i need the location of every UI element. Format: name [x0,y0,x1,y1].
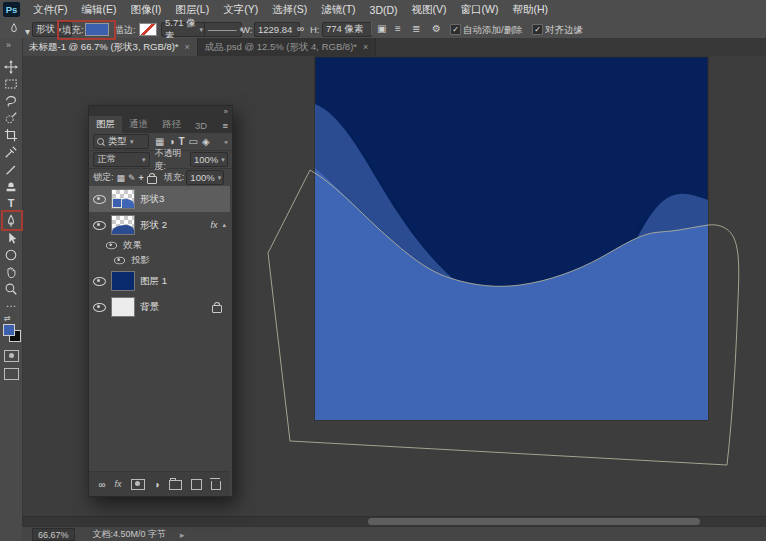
tab-layers[interactable]: 图层 [89,116,122,133]
lock-pixels-icon[interactable]: ✎ [128,173,136,183]
path-alignment-icon[interactable]: ≡ [395,23,401,34]
blend-mode-row: 正常▾ 不透明度: 100%▾ [89,151,232,169]
visibility-eye-icon[interactable] [93,221,106,230]
menu-edit[interactable]: 编辑(E) [74,0,123,19]
document-tab-untitled[interactable]: 未标题-1 @ 66.7% (形状3, RGB/8)*× [22,38,198,56]
opacity-dropdown[interactable]: 100%▾ [190,152,228,167]
panel-collapse-icon[interactable]: » [224,107,228,116]
new-group-icon[interactable] [169,480,182,490]
path-selection-tool[interactable] [3,230,19,246]
search-icon [97,138,104,145]
edit-toolbar-ellipsis[interactable]: … [3,295,19,311]
visibility-eye-icon[interactable] [114,257,125,265]
tool-preset-dropdown-arrow[interactable]: ▾ [25,26,30,37]
panel-menu-icon[interactable]: ≡ [218,118,232,133]
path-operations-icon[interactable]: ▣ [377,23,386,34]
layer-row-shape2[interactable]: 形状 2 fx ▴ [89,212,230,238]
link-layers-icon[interactable]: ∞ [98,479,105,490]
fx-badge[interactable]: fx [210,220,217,230]
visibility-eye-icon[interactable] [93,277,106,286]
lasso-tool[interactable] [3,93,19,109]
scrollbar-thumb[interactable] [368,518,700,525]
lock-all-icon[interactable] [147,176,157,184]
menu-select[interactable]: 选择(S) [265,0,314,19]
photoshop-logo: Ps [3,2,20,17]
filter-shape-layers-icon[interactable]: ▭ [189,136,198,147]
crop-tool[interactable] [3,127,19,143]
layer-thumbnail[interactable] [111,271,135,291]
fx-collapse-icon[interactable]: ▴ [222,221,226,229]
auto-add-delete-checkbox[interactable]: ✓ [450,24,461,35]
filter-type-dropdown[interactable]: 类型 ▾ [93,134,149,149]
filter-type-layers-icon[interactable]: T [179,136,185,147]
opacity-label: 不透明度: [155,147,188,173]
layer-thumbnail[interactable] [111,189,135,209]
document-tab-chengpin[interactable]: 成品.psd @ 12.5% (形状 4, RGB/8)*× [198,38,376,56]
visibility-eye-icon[interactable] [93,195,106,204]
drop-shadow-effect-row[interactable]: 投影 [89,253,230,268]
hand-tool[interactable] [3,264,19,280]
stroke-width-field[interactable]: 5.71 像素▾ [161,22,207,37]
menu-filter[interactable]: 滤镜(T) [314,0,362,19]
effects-row[interactable]: 效果 [89,238,230,253]
marquee-tool[interactable] [3,76,19,92]
brush-tool[interactable] [3,161,19,177]
blend-mode-dropdown[interactable]: 正常▾ [93,152,150,167]
layer-thumbnail[interactable] [111,215,135,235]
status-options-arrow[interactable]: ▸ [180,530,185,540]
menu-file[interactable]: 文件(F) [26,0,74,19]
tool-preset-pen-icon[interactable] [7,22,21,37]
menu-help[interactable]: 帮助(H) [506,0,556,19]
visibility-eye-icon[interactable] [106,242,117,250]
layer-thumbnail[interactable] [111,297,135,317]
filter-pixel-layers-icon[interactable]: ▦ [155,136,164,147]
menu-3d[interactable]: 3D(D) [363,0,405,19]
layer-row-background[interactable]: 背景 [89,294,230,320]
quick-selection-tool[interactable] [3,110,19,126]
toolbar-collapse-icon[interactable]: » [6,40,11,50]
filter-toggle-icon[interactable]: ● [224,138,228,145]
link-dimensions-icon[interactable]: ∞ [297,23,304,34]
add-layer-mask-icon[interactable] [131,479,145,490]
layer-row-layer1[interactable]: 图层 1 [89,268,230,294]
width-value-field[interactable]: 1229.84 [254,22,300,37]
filter-adjustment-layers-icon[interactable]: ◑ [168,136,174,147]
eyedropper-tool[interactable] [3,144,19,160]
geometry-options-gear-icon[interactable]: ⚙ [432,23,441,34]
layer-fill-dropdown[interactable]: 100%▾ [186,170,224,185]
layer-row-shape3[interactable]: 形状3 [89,186,230,212]
lock-position-icon[interactable]: + [139,173,144,183]
adjustment-layer-icon[interactable]: ◑ [154,479,160,490]
delete-layer-icon[interactable] [211,481,221,490]
clone-stamp-tool[interactable] [3,178,19,194]
stroke-style-dropdown[interactable]: ———▾ [204,22,242,37]
move-tool[interactable] [3,59,19,75]
menu-type[interactable]: 文字(Y) [216,0,265,19]
ellipse-shape-tool[interactable] [3,247,19,263]
color-swatches [3,324,20,341]
path-arrangement-icon[interactable]: ≣ [412,23,420,34]
tab-paths[interactable]: 路径 [155,116,188,133]
layer-style-fx-icon[interactable]: fx [115,479,122,489]
close-icon[interactable]: × [185,42,190,52]
filter-smart-objects-icon[interactable]: ◈ [202,136,210,147]
height-value-field[interactable]: 774 像素 [322,22,372,37]
stroke-color-swatch[interactable] [139,23,157,36]
align-edges-checkbox[interactable]: ✓ [532,24,543,35]
visibility-eye-icon[interactable] [93,303,106,312]
foreground-color-swatch[interactable] [3,324,15,336]
new-layer-icon[interactable] [191,479,202,490]
tab-channels[interactable]: 通道 [122,116,155,133]
type-tool[interactable]: T [3,195,19,211]
screen-mode-button[interactable] [4,368,19,380]
zoom-level-field[interactable]: 66.67% [32,528,75,541]
lock-transparency-icon[interactable]: ▦ [117,173,126,183]
tab-3d[interactable]: 3D [188,118,214,133]
menu-view[interactable]: 视图(V) [405,0,454,19]
layers-panel-bottom-bar: ∞ fx ◑ [89,471,230,496]
menu-image[interactable]: 图像(I) [123,0,168,19]
swap-colors-icon[interactable]: ⇄ [4,314,11,323]
menu-window[interactable]: 窗口(W) [454,0,506,19]
quick-mask-button[interactable] [4,350,19,362]
close-icon[interactable]: × [363,42,368,52]
